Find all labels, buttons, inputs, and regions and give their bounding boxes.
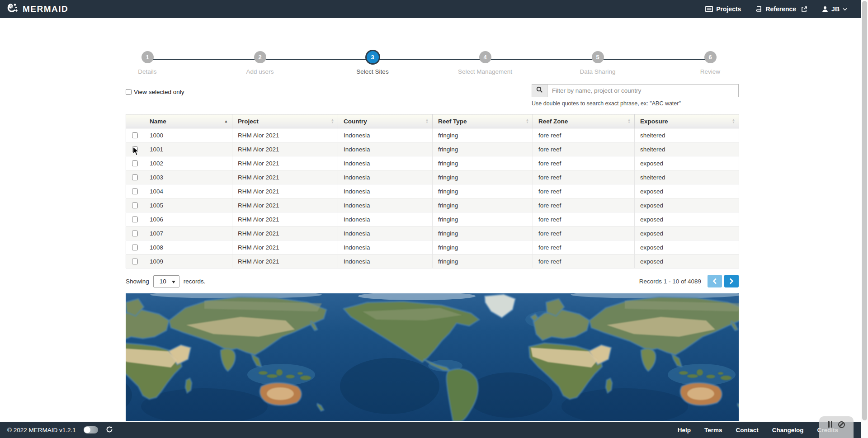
toggle-knob xyxy=(84,427,90,433)
cell-name: 1001 xyxy=(144,142,232,156)
sort-icon[interactable]: ▲▼ xyxy=(526,118,529,124)
page-size-select[interactable]: 10 xyxy=(153,275,179,287)
row-checkbox-cell xyxy=(126,170,144,184)
row-checkbox-cell xyxy=(126,226,144,240)
cell-country: Indonesia xyxy=(338,184,433,198)
page-size-value: 10 xyxy=(160,278,166,285)
search-button[interactable] xyxy=(532,84,547,97)
step-details[interactable]: 1Details xyxy=(98,51,197,75)
sort-icon[interactable]: ▲▼ xyxy=(627,118,631,124)
step-data-sharing[interactable]: 5Data Sharing xyxy=(548,51,647,75)
row-checkbox-cell xyxy=(126,212,144,226)
offline-toggle[interactable] xyxy=(84,426,98,433)
cell-name: 1008 xyxy=(144,240,232,254)
filter-bar: View selected only Use double quotes to … xyxy=(126,84,739,114)
column-label: Country xyxy=(344,118,367,125)
sort-icon[interactable]: ▲▼ xyxy=(425,118,429,124)
row-checkbox[interactable] xyxy=(132,160,138,166)
row-checkbox[interactable] xyxy=(132,231,138,236)
row-checkbox[interactable] xyxy=(132,132,138,138)
copyright-text: © 2022 MERMAID v1.2.1 xyxy=(7,427,76,433)
row-checkbox[interactable] xyxy=(132,259,138,264)
brand: MERMAID xyxy=(6,2,68,16)
step-select-management[interactable]: 4Select Management xyxy=(435,51,535,75)
sort-icon[interactable]: ▲▼ xyxy=(331,118,334,124)
nav-user-menu[interactable]: JB xyxy=(822,5,847,13)
footer-link-terms[interactable]: Terms xyxy=(704,427,722,433)
row-checkbox[interactable] xyxy=(132,146,138,152)
next-page-button[interactable] xyxy=(724,275,739,287)
step-review[interactable]: 6Review xyxy=(660,51,760,75)
cell-name: 1002 xyxy=(144,156,232,170)
user-icon xyxy=(822,6,828,13)
sites-table: Name▲Project▲▼Country▲▼Reef Type▲▼Reef Z… xyxy=(126,114,739,268)
row-checkbox[interactable] xyxy=(132,174,138,180)
step-number[interactable]: 5 xyxy=(592,51,604,63)
cancel-sync-icon[interactable] xyxy=(838,421,845,428)
row-checkbox[interactable] xyxy=(132,217,138,222)
cell-country: Indonesia xyxy=(338,254,433,268)
column-header-reef_zone[interactable]: Reef Zone▲▼ xyxy=(533,114,635,128)
chevron-down-icon xyxy=(843,8,847,11)
table-header-row: Name▲Project▲▼Country▲▼Reef Type▲▼Reef Z… xyxy=(126,114,739,128)
cell-country: Indonesia xyxy=(338,170,433,184)
cell-reef_type: fringing xyxy=(433,198,533,212)
footer-link-help[interactable]: Help xyxy=(678,427,691,433)
column-header-name[interactable]: Name▲ xyxy=(144,114,232,128)
step-number[interactable]: 2 xyxy=(254,51,266,63)
cell-country: Indonesia xyxy=(338,156,433,170)
cell-reef_zone: fore reef xyxy=(533,184,635,198)
view-selected-checkbox[interactable] xyxy=(126,89,132,95)
nav-reference-label: Reference xyxy=(765,5,796,13)
cell-project: RHM Alor 2021 xyxy=(232,156,338,170)
cell-reef_type: fringing xyxy=(433,170,533,184)
nav-projects[interactable]: Projects xyxy=(705,5,741,13)
pause-icon[interactable] xyxy=(828,421,832,428)
column-header-country[interactable]: Country▲▼ xyxy=(338,114,433,128)
cell-name: 1003 xyxy=(144,170,232,184)
footer-link-changelog[interactable]: Changelog xyxy=(772,427,804,433)
external-link-icon xyxy=(801,6,807,12)
row-checkbox[interactable] xyxy=(132,203,138,208)
cell-exposure: exposed xyxy=(635,254,739,268)
column-header-reef_type[interactable]: Reef Type▲▼ xyxy=(433,114,533,128)
top-navigation-bar: MERMAID Projects Reference xyxy=(0,0,861,18)
step-label: Select Management xyxy=(458,68,512,75)
previous-page-button[interactable] xyxy=(708,275,722,287)
cell-reef_type: fringing xyxy=(433,254,533,268)
world-map[interactable] xyxy=(126,293,739,421)
column-header-project[interactable]: Project▲▼ xyxy=(232,114,338,128)
main-content: 1Details2Add users3Select Sites4Select M… xyxy=(126,18,739,421)
scrollbar-thumb[interactable] xyxy=(862,1,867,420)
row-checkbox[interactable] xyxy=(132,245,138,250)
sync-widget xyxy=(819,416,854,438)
step-add-users[interactable]: 2Add users xyxy=(210,51,310,75)
cell-reef_zone: fore reef xyxy=(533,128,635,142)
column-label: Reef Zone xyxy=(538,118,568,125)
nav-reference[interactable]: Reference xyxy=(755,5,807,13)
row-checkbox[interactable] xyxy=(132,188,138,194)
step-number[interactable]: 4 xyxy=(479,51,491,63)
step-number[interactable]: 3 xyxy=(367,51,379,63)
step-number[interactable]: 6 xyxy=(704,51,717,63)
table-row: 1000RHM Alor 2021Indonesiafringingfore r… xyxy=(126,128,739,142)
step-select-sites[interactable]: 3Select Sites xyxy=(323,51,422,75)
nav-projects-label: Projects xyxy=(716,5,741,13)
view-selected-only[interactable]: View selected only xyxy=(126,89,184,95)
cell-exposure: exposed xyxy=(635,212,739,226)
refresh-icon[interactable] xyxy=(106,426,113,434)
column-header-exposure[interactable]: Exposure▲▼ xyxy=(635,114,739,128)
page-scrollbar[interactable] xyxy=(861,0,868,438)
cell-name: 1007 xyxy=(144,226,232,240)
brand-name: MERMAID xyxy=(23,4,68,14)
sort-icon[interactable]: ▲▼ xyxy=(732,118,735,124)
cell-country: Indonesia xyxy=(338,198,433,212)
step-number[interactable]: 1 xyxy=(142,51,154,63)
cell-country: Indonesia xyxy=(338,226,433,240)
cell-name: 1004 xyxy=(144,184,232,198)
footer-link-contact[interactable]: Contact xyxy=(736,427,758,433)
cell-reef_type: fringing xyxy=(433,212,533,226)
cell-name: 1009 xyxy=(144,254,232,268)
sort-asc-icon[interactable]: ▲ xyxy=(224,119,228,123)
filter-search-input[interactable] xyxy=(547,84,739,97)
